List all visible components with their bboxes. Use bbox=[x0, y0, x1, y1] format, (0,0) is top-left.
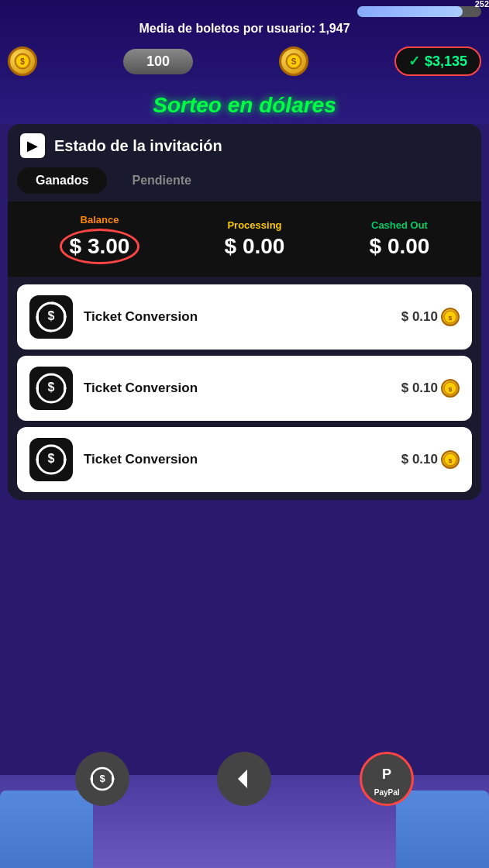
svg-text:P: P bbox=[382, 766, 391, 782]
transaction-amount-1: $ 0.10 $ bbox=[401, 379, 460, 398]
cashed-out-amount: $ 0.00 bbox=[370, 234, 430, 259]
stat-balance: Balance $ 3.00 bbox=[60, 214, 140, 264]
progress-bar-value: 252 bbox=[475, 0, 489, 9]
svg-text:S: S bbox=[291, 57, 297, 66]
tab-ganados[interactable]: Ganados bbox=[17, 167, 107, 194]
lottery-title: Sorteo en dólares bbox=[0, 93, 489, 118]
paypal-button[interactable]: P PayPal bbox=[360, 752, 414, 806]
transaction-list: $ Ticket Conversion $ 0.10 $ bbox=[8, 277, 481, 500]
stat-cashed-out: Cashed Out $ 0.00 bbox=[370, 219, 430, 259]
svg-marker-28 bbox=[238, 770, 247, 788]
svg-text:$: $ bbox=[99, 773, 105, 784]
balance-badge: ✓ $3,135 bbox=[394, 46, 481, 76]
balance-amount: $ 3.00 bbox=[60, 229, 140, 264]
svg-text:$: $ bbox=[48, 381, 55, 394]
stats-row: Balance $ 3.00 Processing $ 0.00 Cashed … bbox=[8, 202, 481, 277]
convert-button[interactable]: $ bbox=[75, 752, 129, 806]
coin-left-icon: $ bbox=[8, 46, 37, 76]
tabs-container: Ganados Pendiente bbox=[8, 167, 481, 202]
panel-header: ▶ Estado de la invitación bbox=[8, 124, 481, 167]
progress-bar-fill bbox=[357, 6, 463, 17]
bottom-nav: $ P PayPal bbox=[0, 752, 489, 806]
transaction-item: $ Ticket Conversion $ 0.10 $ bbox=[17, 284, 472, 350]
transaction-item: $ Ticket Conversion $ 0.10 $ bbox=[17, 427, 472, 492]
header-stats: Media de boletos por usuario: 1,947 bbox=[0, 22, 489, 36]
transaction-label-1: Ticket Conversion bbox=[84, 381, 391, 396]
top-bar: $ 100 S ✓ $3,135 bbox=[8, 46, 481, 76]
checkmark-icon: ✓ bbox=[408, 53, 420, 70]
gold-coin-icon-0: $ bbox=[441, 308, 460, 326]
main-panel: ▶ Estado de la invitación Ganados Pendie… bbox=[8, 124, 481, 500]
svg-text:$: $ bbox=[48, 452, 55, 465]
stats-text: Media de boletos por usuario: 1,947 bbox=[139, 22, 350, 35]
processing-amount: $ 0.00 bbox=[225, 234, 285, 259]
panel-icon: ▶ bbox=[20, 133, 45, 158]
gold-coin-icon-1: $ bbox=[441, 379, 460, 398]
svg-text:$: $ bbox=[449, 457, 453, 464]
balance-label: Balance bbox=[60, 214, 140, 226]
transaction-icon-1: $ bbox=[29, 367, 73, 410]
svg-text:$: $ bbox=[48, 309, 55, 322]
gold-coin-icon-2: $ bbox=[441, 450, 460, 469]
panel-title: Estado de la invitación bbox=[54, 137, 222, 155]
transaction-item: $ Ticket Conversion $ 0.10 $ bbox=[17, 356, 472, 421]
paypal-label: PayPal bbox=[374, 788, 400, 797]
svg-text:$: $ bbox=[449, 315, 453, 322]
svg-text:$: $ bbox=[449, 386, 453, 393]
transaction-amount-0: $ 0.10 $ bbox=[401, 308, 460, 326]
back-button[interactable] bbox=[217, 752, 271, 806]
processing-label: Processing bbox=[225, 219, 285, 231]
balance-circled: $ 3.00 bbox=[60, 229, 140, 264]
ticket-coin-icon: S bbox=[279, 46, 308, 76]
balance-value: $3,135 bbox=[425, 53, 467, 70]
stat-processing: Processing $ 0.00 bbox=[225, 219, 285, 259]
transaction-icon-0: $ bbox=[29, 295, 73, 339]
transaction-amount-2: $ 0.10 $ bbox=[401, 450, 460, 469]
cashed-out-label: Cashed Out bbox=[370, 219, 430, 231]
transaction-label-2: Ticket Conversion bbox=[84, 452, 391, 467]
transaction-label-0: Ticket Conversion bbox=[84, 309, 391, 325]
svg-text:$: $ bbox=[20, 57, 25, 66]
ticket-count: 100 bbox=[123, 49, 193, 74]
transaction-icon-2: $ bbox=[29, 438, 73, 481]
tab-pendiente[interactable]: Pendiente bbox=[113, 167, 209, 194]
progress-bar-container bbox=[357, 6, 481, 17]
